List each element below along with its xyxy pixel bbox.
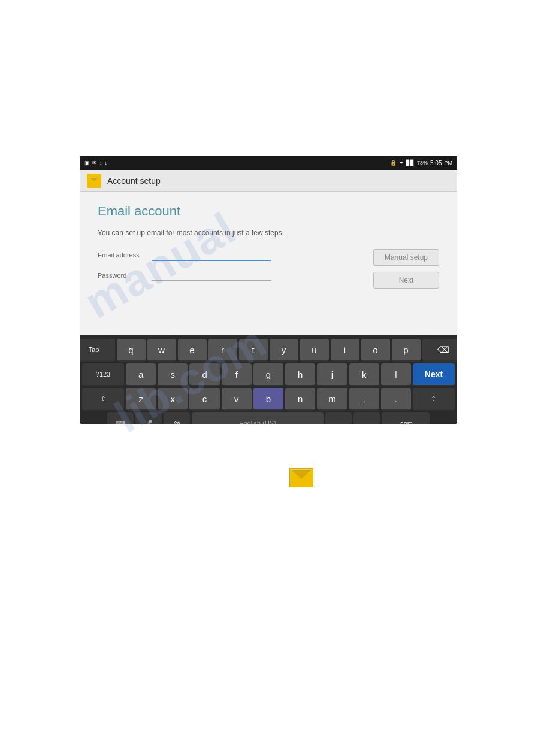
- next-button[interactable]: Next: [373, 272, 439, 289]
- key-comma[interactable]: ,: [349, 388, 379, 411]
- key-backspace[interactable]: ⌫: [422, 339, 458, 362]
- keyboard-row-2: ?123 a s d f g h j k l Next: [82, 363, 455, 386]
- svg-rect-6: [291, 469, 312, 470]
- key-e[interactable]: e: [178, 339, 207, 362]
- manual-setup-button[interactable]: Manual setup: [373, 249, 439, 266]
- keyboard-row-1: Tab q w e r t y u i o p ⌫: [82, 339, 455, 362]
- key-c[interactable]: c: [189, 388, 219, 411]
- key-f[interactable]: f: [222, 363, 252, 386]
- keyboard-row-3: ⇧ z x c v b n m , . ⇧: [82, 388, 455, 411]
- status-bar-right: 🔒 ✦ ▊▊ 78% 5:05 PM: [390, 160, 452, 166]
- email-icon-svg: [289, 468, 313, 487]
- key-mic[interactable]: 🎤: [135, 412, 162, 424]
- key-b[interactable]: b: [253, 388, 283, 411]
- key-x[interactable]: x: [158, 388, 188, 411]
- key-v[interactable]: v: [222, 388, 252, 411]
- key-q[interactable]: q: [117, 339, 146, 362]
- svg-rect-2: [89, 177, 99, 178]
- page-title: Email account: [98, 204, 439, 219]
- lock-icon: 🔒: [390, 160, 397, 166]
- key-w[interactable]: w: [147, 339, 176, 362]
- keyboard-row-4: ⌨ 🎤 @ English (US) - _ .com: [82, 412, 455, 424]
- device-frame: ▣ ✉ ↕ ↓ 🔒 ✦ ▊▊ 78% 5:05 PM Account setup…: [80, 156, 457, 424]
- status-bar-left: ▣ ✉ ↕ ↓: [84, 160, 107, 166]
- key-i[interactable]: i: [331, 339, 359, 362]
- buttons-area: Manual setup Next: [373, 249, 439, 289]
- password-label: Password: [98, 272, 152, 279]
- key-d[interactable]: d: [189, 363, 219, 386]
- key-t[interactable]: t: [239, 339, 268, 362]
- email-app-icon: [87, 174, 101, 188]
- key-at[interactable]: @: [164, 412, 190, 424]
- app-bar-title: Account setup: [107, 176, 161, 186]
- password-input[interactable]: [152, 269, 271, 281]
- email-icon-below: [289, 468, 313, 490]
- key-l[interactable]: l: [381, 363, 411, 386]
- email-label: Email address: [98, 251, 152, 259]
- status-bar: ▣ ✉ ↕ ↓ 🔒 ✦ ▊▊ 78% 5:05 PM: [80, 156, 457, 170]
- key-j[interactable]: j: [317, 363, 347, 386]
- key-r[interactable]: r: [208, 339, 237, 362]
- notification-icon: ▣: [84, 160, 90, 166]
- key-dotcom[interactable]: .com: [382, 412, 430, 424]
- key-h[interactable]: h: [285, 363, 315, 386]
- key-k[interactable]: k: [349, 363, 379, 386]
- description-text: You can set up email for most accounts i…: [98, 227, 439, 238]
- key-g[interactable]: g: [253, 363, 283, 386]
- key-o[interactable]: o: [361, 339, 390, 362]
- key-num[interactable]: ?123: [82, 363, 124, 386]
- key-space[interactable]: English (US): [192, 412, 324, 424]
- key-dash[interactable]: -: [325, 412, 352, 424]
- email-row: Email address: [98, 249, 361, 261]
- key-y[interactable]: y: [270, 339, 298, 362]
- key-period[interactable]: .: [381, 388, 411, 411]
- key-m[interactable]: m: [317, 388, 347, 411]
- email-icon-status: ✉: [92, 160, 97, 166]
- form-fields: Email address Password: [98, 249, 361, 289]
- app-bar: Account setup: [80, 170, 457, 192]
- key-shift-left[interactable]: ⇧: [82, 388, 124, 411]
- keyboard: Tab q w e r t y u i o p ⌫ ?123 a s d f g…: [80, 335, 457, 424]
- key-u[interactable]: u: [300, 339, 329, 362]
- download-icon: ↓: [105, 160, 108, 166]
- signal-icon: ▊▊: [406, 160, 415, 166]
- key-underscore[interactable]: _: [353, 412, 380, 424]
- key-tab[interactable]: Tab: [80, 339, 115, 362]
- password-row: Password: [98, 269, 361, 281]
- wifi-icon: ✦: [399, 160, 404, 166]
- key-shift-right[interactable]: ⇧: [413, 388, 455, 411]
- key-a[interactable]: a: [126, 363, 156, 386]
- key-s[interactable]: s: [158, 363, 188, 386]
- key-p[interactable]: p: [392, 339, 421, 362]
- key-settings[interactable]: ⌨: [107, 412, 134, 424]
- battery-icon: 78%: [417, 160, 428, 166]
- key-next[interactable]: Next: [413, 363, 455, 386]
- key-z[interactable]: z: [126, 388, 156, 411]
- form-layout: Email address Password Manual setup Next: [98, 249, 439, 289]
- time-display: 5:05: [430, 160, 442, 166]
- key-n[interactable]: n: [285, 388, 315, 411]
- email-input[interactable]: [152, 249, 271, 261]
- content-area: Email account You can set up email for m…: [80, 192, 457, 335]
- sync-icon: ↕: [99, 160, 102, 166]
